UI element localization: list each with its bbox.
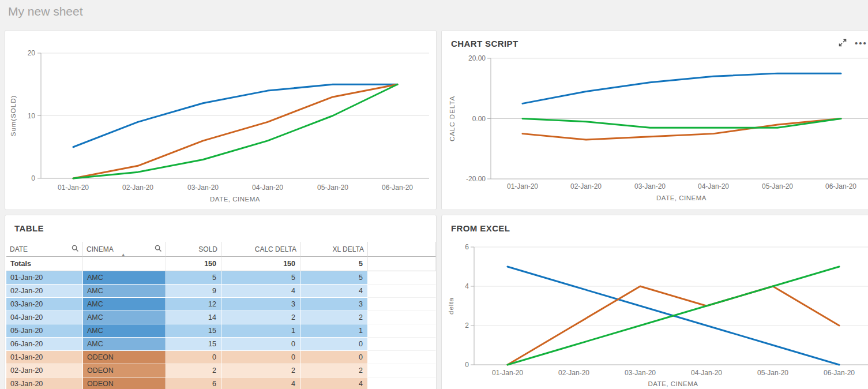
x-tick-label: 03-Jan-20: [625, 369, 656, 377]
cell-date[interactable]: 02-Jan-20: [6, 364, 83, 377]
x-tick-label: 02-Jan-20: [570, 182, 602, 190]
col-header-label: CINEMA: [87, 245, 114, 253]
x-axis-title: DATE, CINEMA: [210, 196, 260, 203]
cell-xl-delta[interactable]: 2: [300, 311, 368, 324]
x-tick-label: 01-Jan-20: [58, 184, 89, 192]
x-tick-label: 02-Jan-20: [558, 369, 589, 377]
table-header-row: DATECINEMA▲SOLDCALC DELTAXL DELTA: [6, 242, 436, 257]
totals-empty: [368, 257, 436, 271]
y-tick-label: 0: [465, 361, 469, 369]
cell-sold[interactable]: 2: [166, 364, 221, 377]
col-header-calc-delta[interactable]: CALC DELTA: [221, 242, 300, 257]
x-tick-label: 03-Jan-20: [187, 184, 219, 192]
y-tick-label: 2: [465, 321, 469, 330]
cell-calc-delta[interactable]: 0: [221, 338, 300, 351]
cell-sold[interactable]: 9: [166, 285, 221, 298]
sheet-title: My new sheet: [8, 5, 83, 18]
cell-cinema[interactable]: ODEON: [83, 377, 166, 389]
cell-calc-delta[interactable]: 1: [221, 324, 300, 338]
cell-calc-delta[interactable]: 2: [221, 364, 300, 377]
cell-xl-delta[interactable]: 0: [300, 338, 368, 351]
table-row: 02-Jan-20ODEON222: [6, 364, 436, 377]
search-icon[interactable]: [72, 245, 79, 254]
series-line-blue[interactable]: [523, 73, 841, 103]
x-tick-label: 05-Jan-20: [762, 182, 793, 190]
cell-calc-delta[interactable]: 3: [221, 298, 300, 311]
cell-calc-delta[interactable]: 2: [221, 311, 300, 324]
cell-empty: [368, 311, 436, 324]
cell-date[interactable]: 04-Jan-20: [6, 311, 83, 324]
table-row: 04-Jan-20AMC1422: [6, 311, 436, 324]
x-tick-label: 05-Jan-20: [317, 184, 348, 192]
cell-empty: [368, 377, 436, 389]
y-tick-label: 4: [465, 282, 469, 290]
calc-delta-line-chart[interactable]: -20.000.0020.0001-Jan-2002-Jan-2003-Jan-…: [442, 31, 868, 210]
cell-cinema[interactable]: AMC: [83, 285, 166, 298]
cell-sold[interactable]: 0: [166, 351, 221, 364]
series-line-orange[interactable]: [73, 84, 397, 178]
cell-date[interactable]: 05-Jan-20: [6, 324, 83, 338]
y-tick-label: 20: [28, 49, 36, 57]
search-icon[interactable]: [155, 245, 162, 254]
cell-date[interactable]: 06-Jan-20: [6, 338, 83, 351]
cell-sold[interactable]: 15: [166, 338, 221, 351]
x-tick-label: 03-Jan-20: [634, 182, 666, 190]
cell-cinema[interactable]: AMC: [83, 338, 166, 351]
cell-xl-delta[interactable]: 0: [300, 351, 368, 364]
cell-empty: [368, 324, 436, 338]
cell-date[interactable]: 03-Jan-20: [6, 377, 83, 389]
from-excel-panel: FROM EXCEL 024601-Jan-2002-Jan-2003-Jan-…: [441, 215, 868, 389]
cell-empty: [368, 271, 436, 285]
y-tick-label: 0.00: [472, 115, 486, 123]
cell-xl-delta[interactable]: 1: [300, 324, 368, 338]
col-header-cinema[interactable]: CINEMA▲: [83, 242, 166, 257]
y-tick-label: -20.00: [466, 175, 486, 183]
cell-calc-delta[interactable]: 5: [221, 271, 300, 285]
cell-sold[interactable]: 14: [166, 311, 221, 324]
cell-sold[interactable]: 12: [166, 298, 221, 311]
col-header-xl-delta[interactable]: XL DELTA: [300, 242, 368, 257]
series-line-orange[interactable]: [523, 119, 841, 140]
table-row: 03-Jan-20AMC1233: [6, 298, 436, 311]
table-row: 02-Jan-20AMC944: [6, 285, 436, 298]
cell-sold[interactable]: 15: [166, 324, 221, 338]
cell-date[interactable]: 01-Jan-20: [6, 351, 83, 364]
xl-delta-line-chart[interactable]: 024601-Jan-2002-Jan-2003-Jan-2004-Jan-20…: [442, 215, 868, 389]
x-tick-label: 06-Jan-20: [382, 184, 413, 192]
table-panel: TABLE DATECINEMA▲SOLDCALC DELTAXL DELTA …: [5, 215, 437, 389]
col-header-date[interactable]: DATE: [6, 242, 83, 257]
cell-sold[interactable]: 6: [166, 377, 221, 389]
cell-calc-delta[interactable]: 4: [221, 285, 300, 298]
cell-cinema[interactable]: AMC: [83, 298, 166, 311]
y-tick-label: 10: [28, 112, 36, 120]
col-header-sold[interactable]: SOLD: [166, 242, 221, 257]
chart-script-panel: CHART SCRIPT ••• -20.000.0020.0001-Jan-2…: [441, 30, 868, 210]
cell-empty: [368, 285, 436, 298]
cell-calc-delta[interactable]: 4: [221, 377, 300, 389]
cell-xl-delta[interactable]: 2: [300, 364, 368, 377]
x-axis-title: DATE, CINEMA: [648, 380, 698, 387]
cell-date[interactable]: 03-Jan-20: [6, 298, 83, 311]
qlik-sheet: My new sheet 0102001-Jan-2002-Jan-2003-J…: [0, 0, 868, 389]
cell-xl-delta[interactable]: 4: [300, 285, 368, 298]
cell-empty: [368, 364, 436, 377]
totals-label: Totals: [6, 257, 83, 271]
y-tick-label: 0: [31, 174, 35, 182]
cell-sold[interactable]: 5: [166, 271, 221, 285]
cell-calc-delta[interactable]: 0: [221, 351, 300, 364]
cell-xl-delta[interactable]: 5: [300, 271, 368, 285]
cell-cinema[interactable]: AMC: [83, 324, 166, 338]
data-table: DATECINEMA▲SOLDCALC DELTAXL DELTA Totals…: [6, 242, 436, 389]
sold-line-chart[interactable]: 0102001-Jan-2002-Jan-2003-Jan-2004-Jan-2…: [5, 31, 436, 210]
cell-cinema[interactable]: AMC: [83, 311, 166, 324]
cell-xl-delta[interactable]: 3: [300, 298, 368, 311]
cell-date[interactable]: 01-Jan-20: [6, 271, 83, 285]
x-tick-label: 01-Jan-20: [492, 369, 523, 377]
x-tick-label: 04-Jan-20: [252, 184, 283, 192]
sold-line-chart-panel: 0102001-Jan-2002-Jan-2003-Jan-2004-Jan-2…: [5, 30, 437, 210]
cell-date[interactable]: 02-Jan-20: [6, 285, 83, 298]
cell-xl-delta[interactable]: 4: [300, 377, 368, 389]
cell-cinema[interactable]: AMC: [83, 271, 166, 285]
cell-cinema[interactable]: ODEON: [83, 351, 166, 364]
cell-cinema[interactable]: ODEON: [83, 364, 166, 377]
